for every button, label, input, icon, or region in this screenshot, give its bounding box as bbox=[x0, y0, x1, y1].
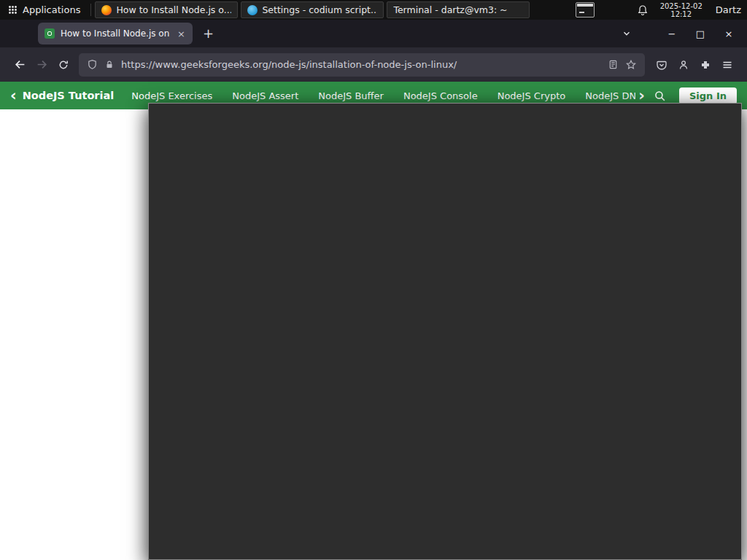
window-title-label: Settings - codium script... bbox=[262, 4, 377, 15]
site-brand[interactable]: NodeJS Tutorial bbox=[23, 90, 115, 101]
tab-close-icon[interactable]: × bbox=[177, 28, 186, 39]
taskbar-window-button[interactable]: How to Install Node.js o... bbox=[95, 1, 238, 18]
scroll-right-chevron-icon[interactable]: › bbox=[638, 88, 645, 104]
notifications-button[interactable] bbox=[637, 4, 649, 16]
tab-bar: How to Install Node.js on × + − □ × bbox=[0, 20, 747, 47]
site-nav-link[interactable]: NodeJS Assert bbox=[232, 90, 298, 101]
sign-in-button[interactable]: Sign In bbox=[679, 88, 737, 104]
browser-window-controls: − □ × bbox=[667, 28, 740, 39]
browser-maximize-button[interactable]: □ bbox=[695, 28, 705, 39]
clock-date: 2025-12-02 bbox=[660, 2, 703, 10]
account-person-icon bbox=[678, 59, 689, 71]
taskbar-window-buttons: How to Install Node.js o... Settings - c… bbox=[93, 0, 531, 20]
bookmark-star-icon[interactable] bbox=[625, 59, 637, 71]
taskbar-window-button[interactable]: Settings - codium script... bbox=[241, 1, 384, 18]
list-all-tabs-button[interactable] bbox=[622, 28, 632, 39]
account-button[interactable] bbox=[673, 54, 694, 76]
extensions-button[interactable] bbox=[694, 54, 716, 76]
panel-tray: 2025-12-02 12:12 Dartz bbox=[576, 2, 747, 18]
panel-user-label: Dartz bbox=[716, 4, 741, 15]
extensions-puzzle-icon bbox=[700, 59, 711, 71]
pocket-icon bbox=[656, 59, 667, 71]
forward-button[interactable] bbox=[31, 54, 53, 76]
desktop: Applications How to Install Node.js o...… bbox=[0, 0, 747, 560]
clock-time: 12:12 bbox=[660, 10, 703, 18]
reload-button[interactable] bbox=[53, 54, 74, 76]
applications-grid-icon bbox=[8, 5, 18, 15]
menu-button[interactable] bbox=[716, 54, 738, 76]
forward-arrow-icon bbox=[36, 58, 48, 71]
site-nav-link[interactable]: NodeJS Exercises bbox=[131, 90, 212, 101]
top-panel: Applications How to Install Node.js o...… bbox=[0, 0, 747, 20]
back-arrow-icon bbox=[14, 58, 26, 71]
browser-close-button[interactable]: × bbox=[724, 28, 734, 39]
browser-minimize-button[interactable]: − bbox=[667, 28, 677, 39]
scroll-left-chevron-icon[interactable]: ‹ bbox=[10, 88, 17, 104]
tracking-shield-icon[interactable] bbox=[87, 59, 98, 70]
site-nav-link[interactable]: NodeJS Console bbox=[403, 90, 478, 101]
window-app-icon bbox=[101, 5, 112, 15]
url-text[interactable]: https://www.geeksforgeeks.org/node-js/in… bbox=[121, 59, 601, 70]
terminal-tray-icon[interactable] bbox=[576, 2, 595, 18]
site-search-button[interactable] bbox=[654, 90, 666, 102]
tab-title: How to Install Node.js on bbox=[61, 28, 171, 39]
new-tab-button[interactable]: + bbox=[203, 27, 214, 40]
site-nav-link[interactable]: NodeJS Crypto bbox=[498, 90, 566, 101]
site-nav: NodeJS Exercises NodeJS Assert NodeJS Bu… bbox=[131, 90, 635, 101]
url-bar[interactable]: https://www.geeksforgeeks.org/node-js/in… bbox=[79, 53, 645, 77]
taskbar-window-button[interactable]: Terminal - dartz@vm3: ~ bbox=[387, 1, 530, 18]
lock-icon[interactable] bbox=[104, 59, 115, 70]
hamburger-menu-icon bbox=[721, 59, 733, 71]
panel-separator bbox=[90, 4, 91, 16]
tabbar-right: − □ × bbox=[622, 28, 740, 39]
back-button[interactable] bbox=[9, 54, 31, 76]
chevron-down-icon bbox=[622, 28, 632, 39]
applications-label: Applications bbox=[23, 4, 80, 15]
window-title-label: How to Install Node.js o... bbox=[116, 4, 231, 15]
reload-icon bbox=[58, 59, 69, 71]
site-nav-link[interactable]: NodeJS Buffer bbox=[318, 90, 384, 101]
search-icon bbox=[654, 90, 666, 102]
window-title-label: Terminal - dartz@vm3: ~ bbox=[393, 4, 507, 15]
site-nav-link[interactable]: NodeJS DNS bbox=[585, 90, 635, 101]
applications-menu-button[interactable]: Applications bbox=[0, 0, 88, 20]
panel-clock[interactable]: 2025-12-02 12:12 bbox=[660, 2, 703, 18]
site-favicon-icon bbox=[44, 28, 55, 39]
navigation-toolbar: https://www.geeksforgeeks.org/node-js/in… bbox=[0, 47, 747, 82]
reader-view-icon[interactable] bbox=[608, 59, 619, 70]
window-app-icon bbox=[247, 5, 258, 15]
bell-icon bbox=[637, 4, 649, 16]
pocket-button[interactable] bbox=[651, 54, 673, 76]
browser-tab[interactable]: How to Install Node.js on × bbox=[38, 23, 193, 44]
